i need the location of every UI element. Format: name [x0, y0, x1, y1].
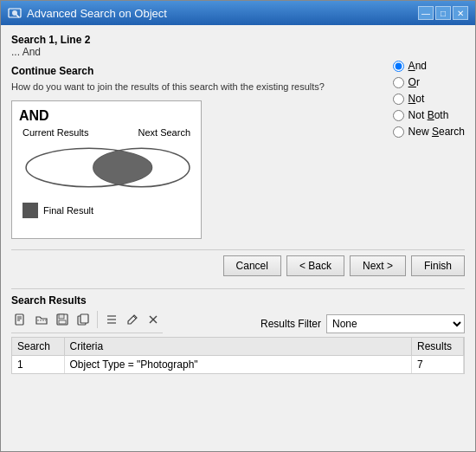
window-title: Advanced Search on Object [27, 7, 167, 20]
diagram-label-next: Next Search [138, 127, 190, 138]
svg-rect-14 [59, 320, 66, 324]
table-header-row: Search Criteria Results [12, 338, 464, 356]
edit-icon [126, 313, 138, 326]
copy-button[interactable] [74, 310, 93, 329]
toolbar-sep1 [97, 311, 98, 328]
search-results-section: Search Results [11, 288, 465, 442]
radio-newsearch-input[interactable] [393, 126, 404, 138]
search-line1: Search 1, Line 2 [11, 34, 376, 46]
search-line2: ... And [11, 46, 376, 58]
results-table: Search Criteria Results 1Object Type = "… [12, 338, 464, 373]
radio-or-input[interactable] [393, 77, 404, 88]
radio-and-input[interactable] [393, 61, 404, 72]
radio-not[interactable]: Not [393, 93, 465, 105]
radio-not-input[interactable] [393, 94, 404, 105]
venn-diagram [19, 141, 194, 193]
close-button[interactable]: ✕ [453, 6, 468, 20]
radio-newsearch[interactable]: New Search [393, 126, 465, 138]
maximize-button[interactable]: □ [435, 6, 451, 20]
radio-and[interactable]: And [393, 60, 465, 72]
window-icon [8, 6, 22, 20]
radio-and-label: And [408, 60, 427, 72]
legend-box [23, 203, 38, 218]
new-document-icon [15, 313, 27, 326]
diagram-labels: Current Results Next Search [19, 127, 194, 138]
open-folder-icon [35, 313, 48, 326]
filter-label: Results Filter [261, 318, 321, 330]
finish-button[interactable]: Finish [411, 255, 465, 276]
back-button[interactable]: < Back [286, 255, 344, 276]
left-panel: Search 1, Line 2 ... And Continue Search… [11, 34, 376, 239]
top-section: Search 1, Line 2 ... And Continue Search… [11, 34, 465, 239]
col-results: Results [412, 338, 464, 356]
filter-select[interactable]: None Filter 1 Filter 2 [326, 314, 465, 333]
cancel-button[interactable]: Cancel [223, 255, 281, 276]
svg-rect-16 [80, 314, 88, 323]
cell-search: 1 [12, 356, 64, 374]
save-button[interactable] [53, 310, 72, 329]
delete-button[interactable] [144, 310, 163, 329]
svg-rect-7 [16, 314, 23, 325]
search-info: Search 1, Line 2 ... And [11, 34, 376, 58]
save-icon [56, 313, 68, 326]
radio-notboth-input[interactable] [393, 110, 404, 121]
continue-search-desc: How do you want to join the results of t… [11, 81, 376, 94]
main-window: Advanced Search on Object — □ ✕ Search 1… [0, 0, 476, 452]
filter-row: Results Filter None Filter 1 Filter 2 [261, 314, 465, 333]
search-results-label: Search Results [11, 294, 465, 307]
edit-button[interactable] [123, 310, 142, 329]
radio-notboth-label: Not Both [408, 109, 449, 121]
open-button[interactable] [32, 310, 51, 329]
cell-criteria: Object Type = "Photograph" [64, 356, 412, 374]
diagram-label-current: Current Results [23, 127, 88, 138]
col-criteria: Criteria [64, 338, 412, 356]
minimize-button[interactable]: — [418, 6, 434, 20]
next-button[interactable]: Next > [350, 255, 406, 276]
radio-newsearch-label: New Search [408, 126, 465, 138]
toolbar [11, 310, 163, 333]
main-content: Search 1, Line 2 ... And Continue Search… [1, 25, 475, 451]
radio-notboth[interactable]: Not Both [393, 109, 465, 121]
legend-label: Final Result [43, 205, 93, 216]
svg-rect-13 [59, 314, 64, 319]
table-area: Search Criteria Results 1Object Type = "… [11, 337, 465, 374]
list-button[interactable] [102, 310, 121, 329]
title-bar-left: Advanced Search on Object [8, 6, 167, 20]
delete-icon [147, 313, 159, 326]
radio-not-label: Not [408, 93, 425, 105]
toolbar-and-filter: Results Filter None Filter 1 Filter 2 [11, 310, 465, 337]
continue-search-label: Continue Search [11, 65, 376, 77]
table-row: 1Object Type = "Photograph"7 [12, 356, 464, 374]
copy-icon [77, 313, 89, 326]
title-controls: — □ ✕ [418, 6, 468, 20]
col-search: Search [12, 338, 64, 356]
diagram-box: AND Current Results Next Search [11, 100, 202, 239]
radio-group: And Or Not Not Both [393, 60, 465, 138]
cell-results: 7 [412, 356, 464, 374]
title-bar: Advanced Search on Object — □ ✕ [1, 1, 475, 25]
new-doc-button[interactable] [11, 310, 30, 329]
button-row: Cancel < Back Next > Finish [11, 249, 465, 281]
diagram-title: AND [19, 108, 194, 124]
radio-or-label: Or [408, 76, 420, 88]
right-panel: And Or Not Not Both [393, 34, 465, 239]
radio-or[interactable]: Or [393, 76, 465, 88]
list-icon [106, 313, 118, 326]
legend-row: Final Result [23, 203, 194, 218]
